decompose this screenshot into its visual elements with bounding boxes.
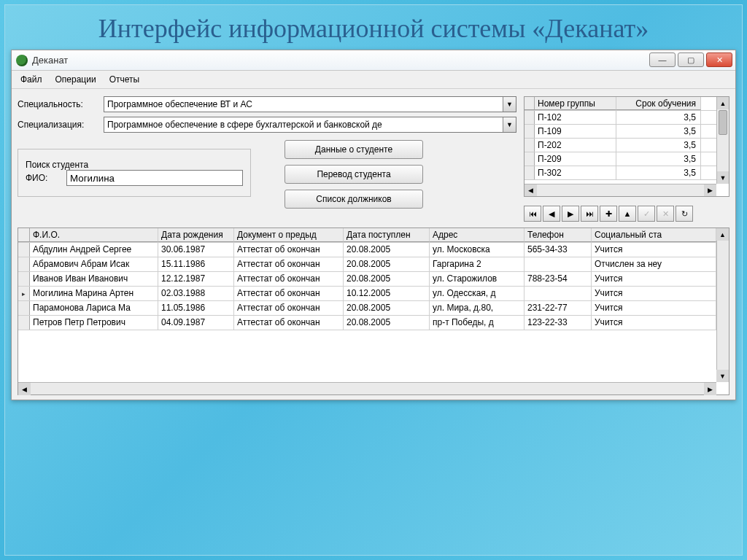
student-row[interactable]: Петров Петр Петрович04.09.1987Аттестат о… bbox=[18, 316, 716, 330]
menu-reports[interactable]: Отчеты bbox=[104, 72, 145, 87]
scroll-right-icon[interactable]: ▶ bbox=[704, 383, 716, 395]
fio-input[interactable] bbox=[66, 170, 243, 186]
cell-group: П-102 bbox=[535, 111, 616, 124]
transfer-student-button[interactable]: Перевод студента bbox=[285, 165, 423, 184]
scroll-down-icon[interactable]: ▼ bbox=[717, 171, 729, 184]
scroll-thumb[interactable] bbox=[719, 110, 727, 135]
titlebar: Деканат — ▢ ✕ bbox=[12, 50, 735, 71]
groups-row[interactable]: П-2023,5 bbox=[525, 139, 716, 152]
col-dob[interactable]: Дата рождения bbox=[158, 228, 234, 242]
nav-last-button[interactable]: ⏭ bbox=[581, 206, 598, 222]
cell-admission: 20.08.2005 bbox=[344, 243, 430, 257]
scroll-right-icon[interactable]: ▶ bbox=[704, 184, 716, 196]
student-details-button[interactable]: Данные о студенте bbox=[285, 140, 423, 159]
nav-post-button[interactable]: ✓ bbox=[638, 206, 655, 222]
specialty-combo[interactable]: Программное обеспечение ВТ и АС ▼ bbox=[104, 96, 516, 112]
cell-term: 3,5 bbox=[616, 111, 701, 124]
cell-address: пр-т Победы, д bbox=[430, 316, 525, 330]
nav-refresh-button[interactable]: ↻ bbox=[676, 206, 693, 222]
cell-dob: 02.03.1988 bbox=[158, 287, 234, 300]
grid-hscrollbar[interactable]: ◀ ▶ bbox=[18, 382, 716, 394]
col-address[interactable]: Адрес bbox=[430, 228, 525, 242]
cell-admission: 20.08.2005 bbox=[344, 316, 430, 330]
scroll-down-icon[interactable]: ▼ bbox=[716, 370, 729, 382]
cell-phone bbox=[525, 287, 592, 300]
grid-corner bbox=[18, 228, 30, 242]
cell-term: 3,5 bbox=[616, 125, 701, 138]
scroll-up-icon[interactable]: ▲ bbox=[717, 97, 729, 109]
groups-hscrollbar[interactable]: ◀ ▶ bbox=[525, 184, 716, 196]
student-row[interactable]: Абрамович Абрам Исак15.11.1986Аттестат о… bbox=[18, 257, 716, 272]
cell-admission: 10.12.2005 bbox=[344, 287, 430, 300]
cell-social: Учится bbox=[592, 287, 716, 300]
cell-phone: 231-22-77 bbox=[525, 301, 592, 315]
cell-dob: 04.09.1987 bbox=[158, 316, 234, 330]
nav-prev-button[interactable]: ◀ bbox=[543, 206, 560, 222]
maximize-button[interactable]: ▢ bbox=[678, 52, 704, 67]
groups-rowheader bbox=[525, 97, 535, 110]
cell-dob: 12.12.1987 bbox=[158, 272, 234, 286]
cell-phone: 788-23-54 bbox=[525, 272, 592, 286]
cell-group: П-109 bbox=[535, 125, 616, 138]
student-row[interactable]: Абдулин Андрей Сергее30.06.1987Аттестат … bbox=[18, 243, 716, 257]
cell-fio: Абрамович Абрам Исак bbox=[30, 257, 158, 271]
grid-vscrollbar[interactable]: ▲ ▼ bbox=[716, 228, 729, 382]
chevron-down-icon[interactable]: ▼ bbox=[503, 97, 516, 112]
menu-file[interactable]: Файл bbox=[15, 72, 48, 87]
nav-delete-button[interactable]: ▲ bbox=[619, 206, 636, 222]
groups-vscrollbar[interactable]: ▲ ▼ bbox=[716, 97, 729, 184]
nav-cancel-button[interactable]: ✕ bbox=[657, 206, 674, 222]
student-row[interactable]: ▸Могилина Марина Артен02.03.1988Аттестат… bbox=[18, 287, 716, 301]
cell-group: П-209 bbox=[535, 152, 616, 166]
cell-address: ул. Старожилов bbox=[430, 272, 525, 286]
groups-row[interactable]: П-1093,5 bbox=[525, 125, 716, 139]
student-row[interactable]: Парамонова Лариса Ма11.05.1986Аттестат о… bbox=[18, 301, 716, 316]
row-header bbox=[525, 166, 535, 179]
groups-row[interactable]: П-3023,5 bbox=[525, 166, 716, 180]
cell-address: ул. Мира, д.80, bbox=[430, 301, 525, 315]
close-button[interactable]: ✕ bbox=[706, 52, 732, 67]
row-pointer-icon bbox=[18, 243, 30, 257]
cell-term: 3,5 bbox=[616, 166, 701, 179]
groups-row[interactable]: П-1023,5 bbox=[525, 111, 716, 125]
cell-social: Учится bbox=[592, 301, 716, 315]
col-doc[interactable]: Документ о предыд bbox=[234, 228, 344, 242]
nav-first-button[interactable]: ⏮ bbox=[524, 206, 541, 222]
col-social[interactable]: Социальный ста bbox=[592, 228, 716, 242]
col-fio[interactable]: Ф.И.О. bbox=[30, 228, 158, 242]
cell-dob: 30.06.1987 bbox=[158, 243, 234, 257]
scroll-up-icon[interactable]: ▲ bbox=[716, 228, 729, 241]
cell-admission: 20.08.2005 bbox=[344, 257, 430, 271]
cell-doc: Аттестат об окончан bbox=[234, 272, 344, 286]
menu-operations[interactable]: Операции bbox=[50, 72, 102, 87]
window-title: Деканат bbox=[32, 55, 68, 66]
nav-next-button[interactable]: ▶ bbox=[562, 206, 579, 222]
row-header bbox=[525, 111, 535, 124]
db-navigator: ⏮ ◀ ▶ ⏭ ✚ ▲ ✓ ✕ ↻ bbox=[524, 206, 729, 222]
scroll-left-icon[interactable]: ◀ bbox=[18, 383, 31, 395]
chevron-down-icon[interactable]: ▼ bbox=[503, 117, 516, 132]
col-phone[interactable]: Телефон bbox=[525, 228, 592, 242]
slide-title: Интерфейс информационной системы «Декана… bbox=[8, 8, 739, 50]
minimize-button[interactable]: — bbox=[649, 52, 676, 67]
cell-social: Учится bbox=[592, 243, 716, 257]
groups-col-term[interactable]: Срок обучения bbox=[616, 97, 701, 110]
search-group: Поиск студента ФИО: bbox=[18, 149, 251, 197]
cell-doc: Аттестат об окончан bbox=[234, 287, 344, 300]
students-grid[interactable]: Ф.И.О. Дата рождения Документ о предыд Д… bbox=[18, 228, 729, 395]
groups-row[interactable]: П-2093,5 bbox=[525, 152, 716, 166]
search-legend: Поиск студента bbox=[26, 160, 88, 170]
row-pointer-icon: ▸ bbox=[18, 287, 30, 300]
cell-fio: Иванов Иван Иванович bbox=[30, 272, 158, 286]
col-admission[interactable]: Дата поступлен bbox=[344, 228, 430, 242]
nav-add-button[interactable]: ✚ bbox=[600, 206, 617, 222]
menubar: Файл Операции Отчеты bbox=[12, 71, 735, 89]
scroll-left-icon[interactable]: ◀ bbox=[525, 184, 537, 196]
debtors-list-button[interactable]: Список должников bbox=[285, 190, 423, 209]
cell-social: Учится bbox=[592, 316, 716, 330]
student-row[interactable]: Иванов Иван Иванович12.12.1987Аттестат о… bbox=[18, 272, 716, 287]
cell-group: П-302 bbox=[535, 166, 616, 179]
specialization-combo[interactable]: Программное обеспечение в сфере бухгалте… bbox=[104, 117, 516, 133]
groups-table[interactable]: Номер группы Срок обучения П-1023,5П-109… bbox=[524, 96, 729, 197]
groups-col-group[interactable]: Номер группы bbox=[535, 97, 616, 110]
